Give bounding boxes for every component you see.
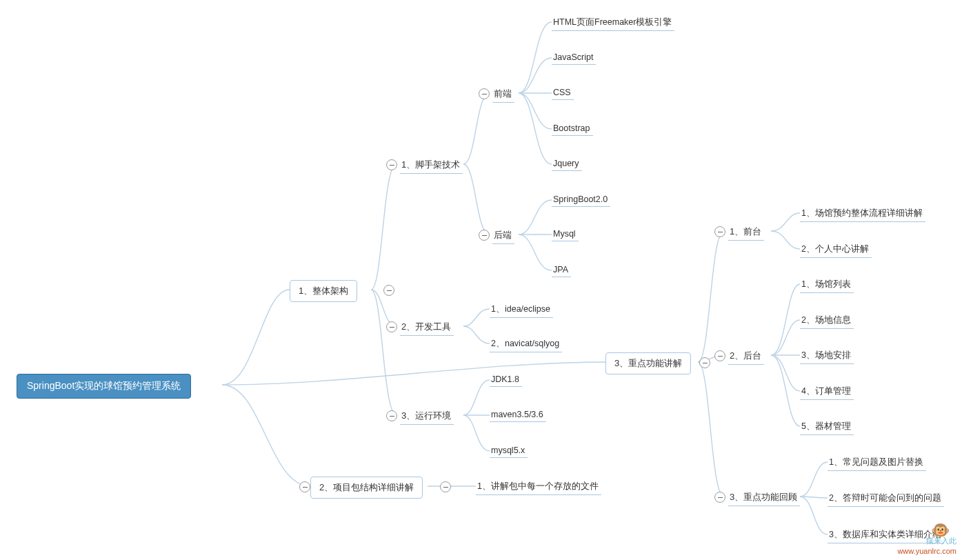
leaf-faq[interactable]: 1、常见问题及图片替换 [828, 455, 926, 471]
watermark-url: www.yuanlrc.com [897, 546, 956, 556]
leaf-springboot[interactable]: SpringBoot2.0 [552, 193, 610, 207]
node-backend[interactable]: 后端 [492, 228, 514, 244]
node-label: 3、运行环境 [401, 410, 451, 421]
leaf-label: SpringBoot2.0 [553, 194, 608, 204]
leaf-label: CSS [553, 88, 571, 97]
node-label: 1、脚手架技术 [401, 159, 460, 170]
leaf-defense[interactable]: 2、答辩时可能会问到的问题 [828, 491, 944, 507]
node-label: 后端 [494, 230, 512, 240]
leaf-bootstrap[interactable]: Bootstrap [552, 122, 593, 136]
leaf-order-mgmt[interactable]: 4、订单管理 [800, 384, 854, 400]
collapse-icon[interactable] [383, 285, 394, 296]
leaf-label: JPA [553, 265, 568, 274]
node-scaffold[interactable]: 1、脚手架技术 [400, 157, 463, 174]
leaf-html[interactable]: HTML页面Freemaker模板引擎 [552, 15, 674, 31]
leaf-profile[interactable]: 2、个人中心讲解 [800, 242, 872, 258]
leaf-jquery[interactable]: Jquery [552, 157, 582, 171]
leaf-label: 2、答辩时可能会问到的问题 [829, 493, 941, 503]
node-frontend[interactable]: 前端 [492, 86, 514, 103]
leaf-label: JavaScript [553, 52, 593, 62]
leaf-label: 1、常见问题及图片替换 [829, 457, 923, 467]
collapse-icon[interactable] [714, 350, 725, 361]
collapse-icon[interactable] [386, 410, 397, 421]
leaf-mysql5[interactable]: mysql5.x [490, 444, 528, 458]
collapse-icon[interactable] [479, 230, 490, 241]
node-label: 3、重点功能回顾 [730, 492, 797, 502]
node-runtime[interactable]: 3、运行环境 [400, 408, 454, 425]
leaf-label: 1、讲解包中每一个存放的文件 [477, 481, 599, 491]
leaf-navicat[interactable]: 2、navicat/sqlyog [490, 337, 562, 352]
leaf-javascript[interactable]: JavaScript [552, 51, 596, 65]
node-key-features[interactable]: 3、重点功能讲解 [605, 352, 691, 374]
leaf-venue-list[interactable]: 1、场馆列表 [800, 277, 854, 293]
node-label: 1、前台 [730, 226, 761, 237]
leaf-label: Mysql [553, 229, 576, 239]
node-label: 2、后台 [730, 350, 761, 361]
node-review[interactable]: 3、重点功能回顾 [728, 490, 800, 506]
leaf-jdk[interactable]: JDK1.8 [490, 373, 522, 387]
leaf-mysql[interactable]: Mysql [552, 228, 579, 241]
leaf-label: 2、个人中心讲解 [801, 244, 869, 254]
collapse-icon[interactable] [714, 226, 725, 237]
collapse-icon[interactable] [386, 321, 397, 332]
collapse-icon[interactable] [440, 481, 451, 492]
watermark: 猿来入此 www.yuanlrc.com [897, 536, 956, 556]
root-label: SpringBoot实现的球馆预约管理系统 [27, 380, 181, 391]
collapse-icon[interactable] [699, 357, 710, 368]
node-label: 1、整体架构 [299, 286, 348, 296]
node-frontstage[interactable]: 1、前台 [728, 224, 764, 241]
leaf-label: 1、场馆预约整体流程详细讲解 [801, 208, 923, 218]
leaf-label: 1、idea/eclipse [491, 304, 550, 314]
node-label: 3、重点功能讲解 [614, 358, 682, 368]
collapse-icon[interactable] [299, 481, 310, 492]
leaf-label: 3、场地安排 [801, 350, 851, 360]
leaf-label: Bootstrap [553, 123, 590, 133]
node-package-structure[interactable]: 2、项目包结构详细讲解 [310, 477, 423, 499]
leaf-equip-mgmt[interactable]: 5、器材管理 [800, 419, 854, 435]
leaf-label: 4、订单管理 [801, 386, 851, 396]
leaf-label: 2、navicat/sqlyog [491, 339, 559, 348]
leaf-css[interactable]: CSS [552, 86, 574, 100]
node-devtool[interactable]: 2、开发工具 [400, 319, 454, 336]
leaf-label: maven3.5/3.6 [491, 410, 543, 419]
node-label: 2、项目包结构详细讲解 [319, 482, 414, 492]
leaf-label: JDK1.8 [491, 374, 519, 384]
collapse-icon[interactable] [386, 159, 397, 170]
watermark-cn: 猿来入此 [897, 536, 956, 546]
leaf-booking-flow[interactable]: 1、场馆预约整体流程详细讲解 [800, 206, 925, 222]
node-label: 前端 [494, 88, 512, 99]
leaf-venue-info[interactable]: 2、场地信息 [800, 313, 854, 329]
node-backstage[interactable]: 2、后台 [728, 348, 764, 365]
leaf-pkg-explain[interactable]: 1、讲解包中每一个存放的文件 [476, 479, 601, 495]
node-architecture[interactable]: 1、整体架构 [290, 280, 357, 302]
leaf-label: Jquery [553, 159, 579, 168]
collapse-icon[interactable] [479, 88, 490, 99]
leaf-label: 5、器材管理 [801, 421, 851, 431]
root-node[interactable]: SpringBoot实现的球馆预约管理系统 [17, 374, 191, 399]
leaf-maven[interactable]: maven3.5/3.6 [490, 408, 546, 422]
collapse-icon[interactable] [714, 492, 725, 503]
leaf-label: 1、场馆列表 [801, 279, 851, 289]
leaf-label: 2、场地信息 [801, 315, 851, 325]
leaf-jpa[interactable]: JPA [552, 263, 571, 277]
leaf-venue-sched[interactable]: 3、场地安排 [800, 348, 854, 364]
leaf-idea[interactable]: 1、idea/eclipse [490, 302, 553, 318]
leaf-label: mysql5.x [491, 446, 525, 455]
node-label: 2、开发工具 [401, 321, 451, 332]
leaf-label: HTML页面Freemaker模板引擎 [553, 17, 672, 27]
